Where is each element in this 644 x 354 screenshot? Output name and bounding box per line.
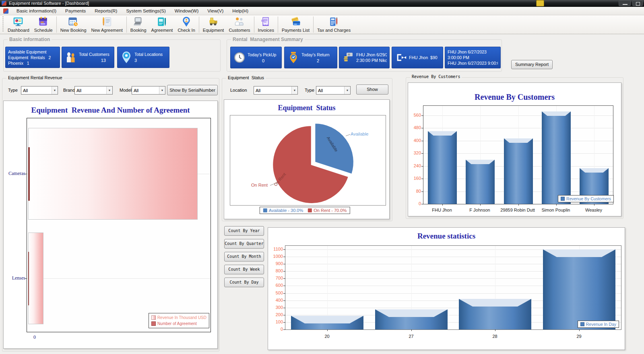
category-label: Lenses — [4, 275, 25, 281]
filter-combo-brand[interactable]: All▼ — [74, 86, 113, 95]
filter-combo-type[interactable]: All▼ — [21, 86, 58, 95]
menu-item-basic-information-i[interactable]: Basic information(I) — [12, 7, 61, 15]
bar-bevel — [459, 299, 531, 307]
show-button[interactable]: Show — [356, 84, 388, 95]
y-tick-mark — [283, 308, 285, 308]
y-tick-mark — [283, 264, 285, 264]
y-tick-label: 0 — [269, 327, 283, 331]
bar-bevel — [375, 309, 448, 317]
toolbar-item-label: New Agreement — [91, 28, 123, 33]
bar-28 — [459, 299, 531, 329]
tile-line: FHU Jhon $90 — [409, 55, 440, 60]
invoices-icon — [260, 16, 272, 28]
tile-today-s-return-1[interactable]: Today's Return2 — [284, 47, 337, 68]
summary-report-button[interactable]: Summary Report — [511, 60, 553, 69]
menu-item-window-w[interactable]: Window(W) — [170, 7, 203, 15]
count-by-quarter-button[interactable]: Count By Quarter — [224, 239, 264, 249]
show-by-serialnumber-button[interactable]: Show By SerialNumber — [167, 85, 218, 95]
toolbar-item-new-booking[interactable]: New Booking — [58, 15, 89, 34]
menu-items: Basic information(I)PaymentsReports(R)Sy… — [12, 7, 253, 15]
y-tick-mark — [421, 153, 423, 154]
status-filter-combo-type[interactable]: All▼ — [316, 86, 351, 95]
y-tick-label: 480 — [407, 125, 421, 130]
category-label: Cameras — [4, 171, 25, 177]
tile-label: Total Customers — [79, 52, 111, 57]
toolbar-item-label: Equipment — [203, 28, 224, 33]
tile-value: 0 — [248, 58, 279, 63]
menu-item-help-h[interactable]: Help(H) — [228, 7, 253, 15]
y-tick-label: 600 — [269, 283, 283, 288]
count-by-year-button[interactable]: Count By Year — [224, 226, 264, 236]
tile-text: Total Customers13 — [79, 52, 111, 63]
toolbar-separator — [278, 16, 278, 33]
tile-line: 3:00:00 PM — [448, 55, 498, 60]
tile-line: FHU Jhon 6/27/2023 — [448, 49, 498, 55]
revenue-statistics-chart-panel: Revenue statistics 010020030040050060070… — [268, 227, 625, 350]
legend-swatch — [263, 208, 267, 212]
y-tick-mark — [283, 329, 285, 330]
y-tick-label: 1000 — [269, 254, 283, 259]
y-tick-label: 700 — [269, 276, 283, 280]
tile-fhu-jhon-90-3[interactable]: FHU Jhon $90 — [392, 47, 443, 68]
y-tick-mark — [421, 128, 423, 128]
x-axis-label: 29859 Robin Dutt — [499, 208, 537, 212]
bar-fhu-jhon — [428, 131, 457, 204]
toolbar-item-booking[interactable]: Booking — [128, 15, 149, 34]
menu-item-system-settings-s[interactable]: System Settings(S) — [122, 7, 170, 15]
toolbar-item-label: Customers — [229, 28, 250, 33]
toolbar-item-dashboard[interactable]: Dashboard — [5, 15, 32, 34]
y-tick-mark — [283, 322, 285, 323]
tile-total-customers[interactable]: Total Customers13 — [62, 47, 114, 68]
toolbar-item-check-in[interactable]: Check In — [175, 15, 197, 34]
bar-bevel — [428, 131, 457, 136]
menu-item-payments[interactable]: Payments — [61, 7, 90, 15]
filter-label-type: Type — [8, 88, 18, 93]
toolbar-item-agreement[interactable]: Agreement — [149, 15, 175, 34]
menu-item-reports-r[interactable]: Reports(R) — [90, 7, 122, 15]
x-axis-label: FHU Jhon — [423, 208, 461, 212]
restore-button[interactable] — [632, 0, 643, 6]
toolbar-item-invoices[interactable]: Invoices — [256, 15, 277, 34]
tile-total-locations[interactable]: Total Locations3 — [117, 47, 169, 68]
toolbar-item-equipment[interactable]: Equipment — [200, 15, 227, 34]
toolbar-item-label: Invoices — [258, 28, 274, 33]
tile-value: 13 — [79, 58, 111, 63]
y-tick-mark — [421, 204, 423, 204]
toolbar-item-tax-and-charges[interactable]: Tax and Charges — [315, 15, 353, 34]
tile-today-s-pickup-0[interactable]: Today's PickUp0 — [230, 47, 282, 68]
toolbar-item-payments-list[interactable]: Payments List — [279, 15, 312, 34]
x-tick-mark — [495, 329, 495, 331]
filter-combo-model[interactable]: All▼ — [132, 86, 165, 95]
payments-list-icon — [290, 16, 301, 28]
toolbar-item-label: New Booking — [60, 28, 87, 33]
y-tick-label: 320 — [407, 150, 421, 155]
bar-revenue-cameras — [28, 128, 198, 220]
toolbar-separator — [126, 16, 127, 33]
tile-fhu-jhon-6-27-2023-4[interactable]: FHU Jhon 6/27/20233:00:00 PMFHU Jhon 6/2… — [445, 47, 501, 68]
equipment-revenue-chart-panel: Equipment Revenue And Number of Agreemen… — [3, 101, 218, 349]
menu-item-view-v[interactable]: View(V) — [203, 7, 228, 15]
toolbar-item-new-agreement[interactable]: New Agreement — [89, 15, 125, 34]
toolbar-item-schedule[interactable]: Schedule — [32, 15, 55, 34]
minimize-button[interactable] — [619, 0, 631, 6]
tile-fhu-jhon-6-29-2023-2[interactable]: FHU Jhon 6/29/20232:30:00 PM Nikon D5 — [339, 47, 390, 68]
dashboard-icon — [12, 16, 24, 28]
count-by-day-button[interactable]: Count By Day — [224, 278, 264, 287]
tile-line: Phoenix 1 — [8, 60, 57, 66]
check-in-pin-icon — [181, 16, 192, 28]
y-tick-mark — [421, 191, 423, 192]
x-axis-label: 27 — [369, 334, 453, 339]
x-axis-label: 20 — [285, 334, 369, 339]
count-by-week-button[interactable]: Count By Week — [224, 265, 264, 274]
status-filter-combo-location[interactable]: All▼ — [254, 86, 298, 95]
legend-entry: Available - 30.0% — [263, 208, 303, 213]
count-by-month-button[interactable]: Count By Month — [224, 252, 264, 261]
legend-swatch — [580, 322, 584, 326]
toolbar-item-customers[interactable]: Customers — [226, 15, 252, 34]
tile-text: Available EquipmentEquipment Rentals 2Ph… — [8, 49, 57, 66]
bar-bevel — [542, 111, 571, 116]
y-tick-label: 160 — [407, 176, 421, 181]
tile-available-equipment[interactable]: Available EquipmentEquipment Rentals 2Ph… — [5, 47, 60, 68]
y-tick-label: 400 — [407, 138, 421, 143]
y-tick-label: 300 — [269, 305, 283, 310]
